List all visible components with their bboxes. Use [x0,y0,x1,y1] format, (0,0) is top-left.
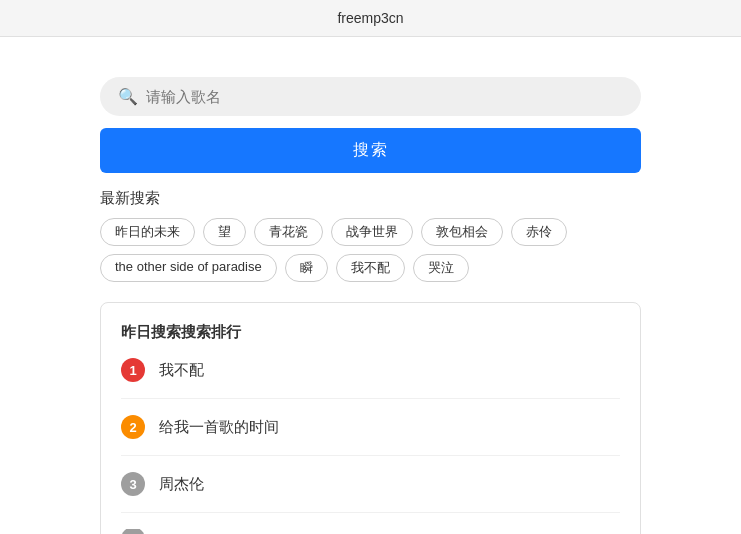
tag-wopei[interactable]: 我不配 [336,254,405,282]
rank-badge-2: 2 [121,415,145,439]
ranking-section: 昨日搜索搜索排行 1 我不配 2 给我一首歌的时间 3 周杰伦 4 [100,302,641,534]
tags-row-2: the other side of paradise 瞬 我不配 哭泣 [100,254,641,282]
main-content: 🔍 搜索 最新搜索 昨日的未来 望 青花瓷 战争世界 敦包相会 赤伶 the o… [0,37,741,534]
search-input[interactable] [146,88,623,105]
tag-zhanzheng[interactable]: 战争世界 [331,218,413,246]
rank-song-1: 我不配 [159,361,204,380]
tag-chiling[interactable]: 赤伶 [511,218,567,246]
tag-zuori[interactable]: 昨日的未来 [100,218,195,246]
rank-badge-3: 3 [121,472,145,496]
recent-searches: 最新搜索 昨日的未来 望 青花瓷 战争世界 敦包相会 赤伶 the other … [100,189,641,282]
tag-shun[interactable]: 瞬 [285,254,328,282]
rank-song-3: 周杰伦 [159,475,204,494]
search-input-wrapper: 🔍 [100,77,641,116]
tags-row-1: 昨日的未来 望 青花瓷 战争世界 敦包相会 赤伶 [100,218,641,246]
tag-dunbao[interactable]: 敦包相会 [421,218,503,246]
tag-otherside[interactable]: the other side of paradise [100,254,277,282]
rank-badge-4: 4 [121,529,145,534]
rank-song-2: 给我一首歌的时间 [159,418,279,437]
ranking-item-4[interactable]: 4 [121,529,620,534]
search-container: 🔍 搜索 [100,77,641,173]
tag-wang[interactable]: 望 [203,218,246,246]
tag-qinghuaci[interactable]: 青花瓷 [254,218,323,246]
title-bar: freemp3cn [0,0,741,37]
app-title: freemp3cn [337,10,403,26]
ranking-item-3[interactable]: 3 周杰伦 [121,472,620,513]
search-button[interactable]: 搜索 [100,128,641,173]
ranking-item-2[interactable]: 2 给我一首歌的时间 [121,415,620,456]
tag-kuqi[interactable]: 哭泣 [413,254,469,282]
search-icon: 🔍 [118,87,138,106]
rank-badge-1: 1 [121,358,145,382]
recent-searches-title: 最新搜索 [100,189,641,208]
ranking-item-1[interactable]: 1 我不配 [121,358,620,399]
ranking-title: 昨日搜索搜索排行 [121,323,620,342]
